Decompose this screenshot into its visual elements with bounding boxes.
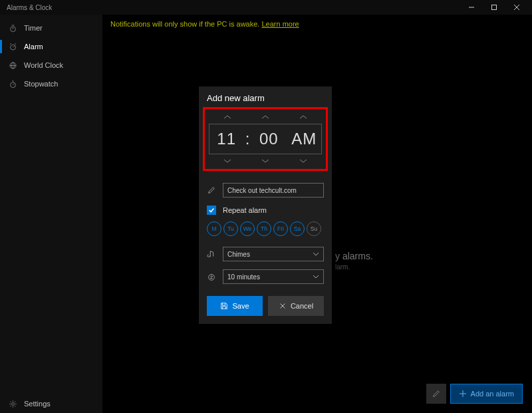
repeat-label: Repeat alarm [223, 206, 267, 214]
svg-line-10 [15, 43, 16, 44]
hour-down-button[interactable] [209, 156, 247, 166]
window-controls [460, 0, 528, 15]
day-friday[interactable]: Fri [273, 221, 288, 236]
sidebar-item-label: Timer [24, 24, 43, 32]
svg-point-14 [10, 82, 15, 87]
titlebar: Alarms & Clock [0, 0, 532, 15]
hour-up-button[interactable] [209, 112, 247, 122]
snooze-value: 10 minutes [227, 273, 260, 281]
sidebar-item-settings[interactable]: Settings [0, 394, 102, 413]
close-button[interactable] [505, 0, 528, 15]
learn-more-link[interactable]: Learn more [261, 20, 299, 28]
add-alarm-label: Add an alarm [471, 390, 514, 398]
globe-icon [8, 61, 17, 70]
cancel-label: Cancel [291, 302, 313, 310]
sidebar: Timer Alarm World Clock Stopwatch Settin… [0, 15, 102, 413]
close-icon [279, 302, 287, 310]
day-saturday[interactable]: Sa [290, 221, 305, 236]
sound-value: Chimes [227, 251, 250, 258]
repeat-checkbox[interactable] [207, 206, 216, 215]
svg-point-7 [10, 45, 15, 50]
empty-state-text: y alarms. [335, 251, 373, 261]
sidebar-item-timer[interactable]: Timer [0, 19, 102, 37]
cancel-button[interactable]: Cancel [268, 296, 324, 316]
sidebar-item-world-clock[interactable]: World Clock [0, 56, 102, 74]
alarm-name-input[interactable] [223, 183, 324, 198]
minute-up-button[interactable] [247, 112, 285, 122]
sidebar-item-stopwatch[interactable]: Stopwatch [0, 74, 102, 93]
day-selector: M Tu We Th Fri Sa Su [199, 219, 332, 243]
svg-point-4 [10, 26, 15, 31]
alarm-icon [8, 43, 17, 51]
save-label: Save [232, 302, 249, 310]
gear-icon [8, 400, 17, 408]
svg-line-15 [13, 83, 14, 84]
svg-line-8 [13, 46, 14, 47]
snooze-icon [207, 272, 216, 281]
save-button[interactable]: Save [207, 296, 263, 316]
app-window: Alarms & Clock Timer Alarm World Clock S… [0, 0, 532, 413]
edit-alarms-button[interactable] [426, 384, 446, 404]
edit-icon [207, 186, 216, 195]
minimize-button[interactable] [460, 0, 483, 15]
svg-point-17 [11, 402, 14, 405]
time-picker-highlight: 11 : 00 AM [203, 107, 328, 171]
maximize-button[interactable] [483, 0, 505, 15]
hour-value: 11 [210, 130, 243, 148]
sidebar-item-label: Settings [24, 400, 51, 408]
dialog-title: Add new alarm [199, 86, 332, 107]
timer-icon [8, 24, 17, 33]
day-tuesday[interactable]: Tu [223, 221, 238, 236]
add-alarm-dialog: Add new alarm 11 : 00 AM [199, 86, 332, 324]
empty-state-subtext: larm. [335, 263, 350, 271]
time-display[interactable]: 11 : 00 AM [209, 124, 322, 154]
day-monday[interactable]: M [207, 221, 221, 236]
minute-down-button[interactable] [247, 156, 285, 166]
day-thursday[interactable]: Th [257, 221, 271, 236]
bottom-actions: Add an alarm [426, 384, 523, 404]
time-colon: : [245, 130, 251, 148]
sound-icon [207, 249, 216, 259]
notification-text: Notifications will only show if the PC i… [110, 20, 259, 28]
window-title: Alarms & Clock [4, 4, 52, 11]
add-alarm-button[interactable]: Add an alarm [450, 384, 523, 404]
minute-value: 00 [252, 130, 285, 148]
svg-rect-1 [492, 5, 497, 10]
sidebar-item-alarm[interactable]: Alarm [0, 37, 102, 56]
day-sunday[interactable]: Su [307, 221, 321, 236]
save-icon [220, 302, 228, 310]
notification-banner: Notifications will only show if the PC i… [110, 20, 299, 28]
stopwatch-icon [8, 80, 17, 88]
snooze-select[interactable]: 10 minutes [223, 269, 324, 284]
time-picker: 11 : 00 AM [205, 109, 326, 169]
sidebar-item-label: Stopwatch [24, 80, 58, 88]
chevron-down-icon [313, 252, 319, 256]
svg-line-9 [9, 43, 11, 44]
chevron-down-icon [313, 275, 319, 279]
sidebar-item-label: World Clock [24, 61, 63, 69]
ampm-down-button[interactable] [284, 156, 322, 166]
day-wednesday[interactable]: We [240, 221, 255, 236]
ampm-up-button[interactable] [284, 112, 322, 122]
ampm-value: AM [287, 130, 321, 148]
sidebar-item-label: Alarm [24, 43, 43, 51]
plus-icon [459, 390, 467, 398]
pencil-icon [432, 389, 441, 398]
sound-select[interactable]: Chimes [223, 247, 324, 261]
main-content: Notifications will only show if the PC i… [102, 15, 532, 413]
